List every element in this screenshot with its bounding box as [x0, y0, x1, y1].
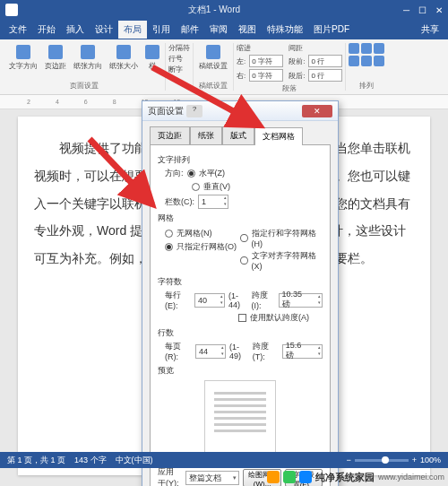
chars-section-label: 字符数 [158, 276, 323, 288]
watermark-text: 纯净系统家园 [315, 471, 375, 484]
zoom-level[interactable]: 100% [420, 456, 441, 464]
dialog-tabs: 页边距 纸张 版式 文档网格 [142, 121, 338, 144]
chars-per-line-spinner[interactable]: 40 [194, 293, 225, 308]
dialog-tab-margins[interactable]: 页边距 [150, 126, 190, 144]
grid-align-char-radio[interactable] [240, 256, 248, 265]
ribbon-group-paragraph: 缩进 左:0 字符 右:0 字符 间距 段前:0 行 段后:0 行 段落 [234, 43, 346, 91]
dialog-body: 文字排列 方向: 水平(Z) 垂直(V) 栏数(C): 1 网格 无网格(N) … [150, 144, 331, 486]
wrap-text-button[interactable] [361, 43, 372, 54]
ribbon-group-breaks: 分隔符 行号 断字 [166, 43, 194, 91]
line-pitch-spinner[interactable]: 15.6 磅 [282, 344, 323, 359]
grid-char-line-radio[interactable] [240, 234, 248, 242]
columns-spinner[interactable]: 1 [198, 195, 228, 209]
char-pitch-spinner[interactable]: 10.35 磅 [279, 293, 323, 308]
ribbon: 文字方向 页边距 纸张方向 纸张大小 栏 页面设置 分隔符 行号 断字 稿纸设置… [0, 39, 448, 95]
tab-layout[interactable]: 布局 [118, 21, 147, 39]
window-titlebar: 文档1 - Word ─ ☐ ✕ [0, 0, 448, 20]
text-direction-label: 文字排列 [158, 154, 323, 166]
dialog-titlebar[interactable]: 页面设置 ? ✕ [142, 101, 338, 121]
lines-per-page-spinner[interactable]: 44 [195, 344, 226, 359]
selection-pane-button[interactable] [361, 56, 372, 66]
zoom-slider[interactable] [355, 459, 409, 462]
watermark: 纯净系统家园 www.yidaimei.com [267, 468, 444, 486]
zoom-out-button[interactable]: − [346, 456, 350, 464]
tab-review[interactable]: 审阅 [204, 21, 233, 39]
line-numbers-button[interactable]: 行号 [168, 54, 190, 64]
minimize-button[interactable]: ─ [403, 5, 409, 15]
window-controls: ─ ☐ ✕ [403, 5, 443, 15]
lines-section-label: 行数 [158, 327, 323, 339]
maximize-button[interactable]: ☐ [418, 5, 426, 15]
indent-left-input[interactable]: 0 字符 [249, 55, 283, 67]
dialog-tab-layout[interactable]: 版式 [222, 126, 254, 144]
grid-line-only-radio[interactable] [165, 243, 173, 251]
grid-none-radio[interactable] [165, 230, 173, 238]
indent-right-input[interactable]: 0 字符 [249, 69, 283, 82]
margins-button[interactable]: 页边距 [42, 43, 69, 73]
manuscript-button[interactable]: 稿纸设置 [196, 43, 230, 73]
watermark-icon [299, 471, 312, 483]
tab-home[interactable]: 开始 [32, 21, 61, 39]
watermark-icon [283, 471, 296, 483]
tab-references[interactable]: 引用 [147, 21, 176, 39]
app-icon [5, 4, 18, 16]
watermark-url: www.yidaimei.com [378, 473, 444, 482]
tab-special[interactable]: 特殊功能 [262, 21, 308, 39]
position-button[interactable] [349, 43, 359, 54]
dialog-help-button[interactable]: ? [186, 105, 202, 117]
orientation-button[interactable]: 纸张方向 [71, 43, 105, 73]
breaks-button[interactable]: 分隔符 [168, 43, 190, 53]
word-count[interactable]: 143 个字 [74, 455, 107, 466]
preview-pane [204, 380, 276, 461]
tab-insert[interactable]: 插入 [61, 21, 90, 39]
send-backward-button[interactable] [349, 56, 359, 66]
text-direction-button[interactable]: 文字方向 [6, 43, 40, 73]
tab-pdf[interactable]: 图片PDF [308, 21, 355, 39]
direction-vertical-radio[interactable] [192, 183, 200, 191]
preview-label: 预览 [158, 365, 323, 377]
ribbon-group-manuscript: 稿纸设置 稿纸设置 [194, 43, 234, 91]
zoom-controls: − + 100% [346, 456, 441, 464]
window-title: 文档1 - Word [25, 4, 403, 16]
watermark-icon [267, 471, 280, 483]
ribbon-group-page-setup: 文字方向 页边距 纸张方向 纸张大小 栏 页面设置 [4, 43, 166, 91]
direction-horizontal-radio[interactable] [187, 169, 195, 178]
close-button[interactable]: ✕ [435, 5, 443, 15]
size-button[interactable]: 纸张大小 [107, 43, 141, 73]
ribbon-group-arrange: 排列 [346, 43, 387, 91]
spacing-after-input[interactable]: 0 行 [308, 69, 342, 82]
tab-design[interactable]: 设计 [90, 21, 118, 39]
ribbon-tabs: 文件 开始 插入 设计 布局 引用 邮件 审阅 视图 特殊功能 图片PDF 共享 [0, 20, 448, 39]
tab-file[interactable]: 文件 [4, 21, 32, 39]
align-button[interactable] [374, 56, 384, 66]
page-setup-dialog: 页面设置 ? ✕ 页边距 纸张 版式 文档网格 文字排列 方向: 水平(Z) 垂… [142, 100, 339, 486]
spacing-before-input[interactable]: 0 行 [308, 55, 342, 67]
dialog-close-button[interactable]: ✕ [302, 105, 332, 117]
dialog-title: 页面设置 [148, 105, 184, 117]
language-status[interactable]: 中文(中国) [116, 455, 153, 466]
apply-to-dropdown[interactable]: 整篇文档 [185, 471, 239, 485]
share-button[interactable]: 共享 [416, 21, 444, 39]
use-default-pitch-checkbox[interactable] [238, 314, 246, 322]
hyphenation-button[interactable]: 断字 [168, 65, 190, 74]
page-status[interactable]: 第 1 页，共 1 页 [7, 455, 65, 466]
grid-section-label: 网格 [158, 213, 323, 224]
bring-forward-button[interactable] [374, 43, 384, 54]
group-label: 页面设置 [70, 81, 99, 91]
columns-button[interactable]: 栏 [142, 43, 162, 73]
status-bar: 第 1 页，共 1 页 143 个字 中文(中国) − + 100% [0, 452, 448, 468]
dialog-tab-paper[interactable]: 纸张 [190, 126, 222, 144]
tab-view[interactable]: 视图 [233, 21, 262, 39]
dialog-tab-grid[interactable]: 文档网格 [254, 127, 303, 145]
zoom-in-button[interactable]: + [412, 456, 417, 464]
tab-mailings[interactable]: 邮件 [176, 21, 204, 39]
